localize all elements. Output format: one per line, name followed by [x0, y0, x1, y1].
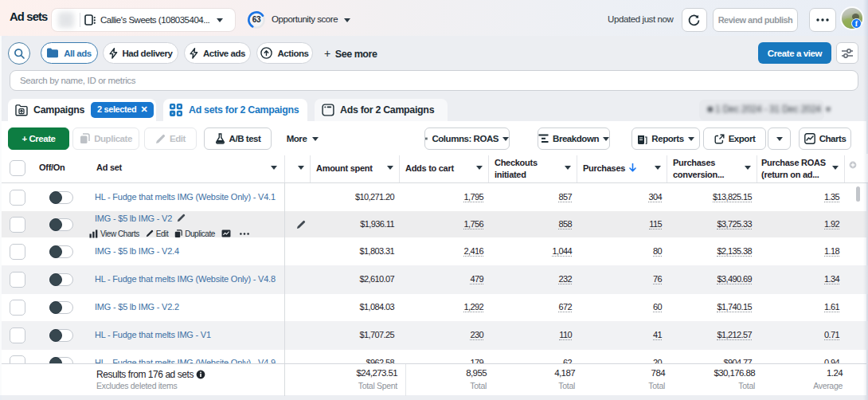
svg-text:63: 63 — [252, 15, 261, 24]
